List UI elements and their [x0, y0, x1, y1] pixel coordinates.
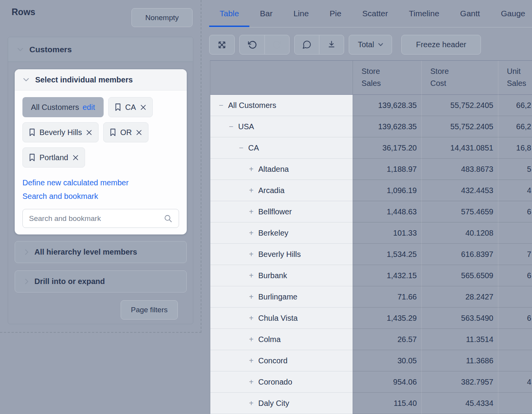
tab-line[interactable]: Line	[283, 0, 319, 27]
table-row: −CA36,175.2014,431.085116,8	[210, 137, 532, 159]
store-sales-cell: 139,628.35	[353, 116, 421, 137]
store-cost-cell: 14,431.0851	[421, 137, 498, 159]
member-chips: All CustomerseditCABeverly HillsORPortla…	[22, 97, 179, 168]
store-cost-cell: 382.7957	[421, 371, 498, 393]
chevron-right-icon	[25, 279, 29, 284]
member-links: Define new calculated member Search and …	[22, 176, 179, 203]
expand-button[interactable]	[209, 35, 235, 55]
unit-sales-cell	[498, 222, 532, 244]
expand-toggle[interactable]: +	[249, 378, 258, 387]
store-sales-cell: 954.06	[353, 371, 421, 393]
expand-toggle[interactable]: +	[249, 186, 258, 195]
table-row: +Berkeley101.3340.1208	[210, 222, 532, 244]
freeze-header-button[interactable]: Freeze header	[401, 35, 481, 55]
expand-toggle[interactable]: +	[249, 271, 258, 280]
column-header[interactable]: Store Sales	[353, 61, 421, 95]
nonempty-button[interactable]: Nonempty	[131, 8, 193, 27]
row-label: All Customers	[228, 101, 276, 110]
undo-button[interactable]	[240, 35, 264, 54]
expand-toggle[interactable]: +	[249, 335, 258, 344]
store-sales-cell: 1,448.63	[353, 201, 421, 222]
expand-toggle[interactable]: +	[249, 207, 258, 216]
store-sales-cell: 1,188.97	[353, 159, 421, 180]
column-header-label: Store Cost	[430, 65, 461, 89]
store-sales-cell: 1,096.19	[353, 180, 421, 201]
tab-bar[interactable]: Bar	[249, 0, 283, 27]
row-label: Colma	[258, 335, 281, 344]
redo-button[interactable]	[264, 35, 289, 54]
store-cost-cell: 432.4453	[421, 180, 498, 201]
download-button[interactable]	[319, 35, 344, 54]
tab-scatter[interactable]: Scatter	[352, 0, 399, 27]
unit-sales-cell: 4	[498, 371, 532, 393]
unit-sales-cell	[498, 393, 532, 414]
expand-toggle[interactable]: +	[249, 293, 258, 301]
column-header[interactable]: Store Cost	[421, 61, 498, 95]
select-members-header[interactable]: Select individual members	[15, 69, 187, 91]
column-header[interactable]: Unit Sales	[498, 61, 532, 95]
row-label-cell: +Burbank	[210, 265, 353, 286]
expand-toggle[interactable]: +	[249, 356, 258, 365]
store-cost-cell: 11.3514	[421, 329, 498, 350]
expand-toggle[interactable]: +	[249, 229, 258, 238]
store-sales-cell: 30.05	[353, 350, 421, 371]
chevron-right-icon	[25, 249, 29, 255]
row-label: Bellflower	[258, 207, 292, 216]
total-dropdown-label: Total	[358, 40, 374, 49]
close-icon[interactable]	[140, 104, 146, 110]
expand-toggle[interactable]: +	[249, 165, 258, 174]
close-icon[interactable]	[86, 130, 92, 135]
collapse-toggle[interactable]: −	[229, 122, 238, 131]
search-field	[22, 209, 179, 228]
store-sales-cell: 71.66	[353, 286, 421, 308]
store-cost-cell: 616.8397	[421, 244, 498, 265]
store-cost-cell: 563.5490	[421, 308, 498, 329]
bookmark-chip[interactable]: Portland	[22, 147, 85, 168]
bookmark-chip[interactable]: Beverly Hills	[22, 122, 99, 142]
section-label: All hierarchy level members	[34, 248, 137, 257]
all-hierarchy-level-members-section[interactable]: All hierarchy level members	[15, 241, 187, 263]
bookmark-icon	[115, 103, 121, 111]
search-icon	[164, 214, 172, 223]
store-sales-cell: 1,534.25	[353, 244, 421, 265]
collapse-toggle[interactable]: −	[219, 101, 228, 110]
table-row: −All Customers139,628.3555,752.240566,2	[210, 95, 532, 116]
total-dropdown[interactable]: Total	[349, 35, 392, 55]
search-and-bookmark-link[interactable]: Search and bookmark	[22, 190, 179, 203]
bookmark-chip[interactable]: CA	[108, 97, 153, 117]
tab-gauge[interactable]: Gauge	[490, 0, 532, 27]
view-tabs: TableBarLinePieScatterTimelineGanttGauge	[209, 0, 532, 27]
store-cost-cell: 55,752.2405	[421, 116, 498, 137]
comment-button[interactable]	[295, 35, 319, 54]
tab-pie[interactable]: Pie	[319, 0, 352, 27]
expand-toggle[interactable]: +	[249, 250, 258, 259]
define-calculated-member-link[interactable]: Define new calculated member	[22, 176, 179, 190]
tab-table[interactable]: Table	[209, 0, 249, 27]
tab-timeline[interactable]: Timeline	[398, 0, 450, 27]
drill-into-or-expand-section[interactable]: Drill into or expand	[15, 270, 187, 293]
rows-panel-title: Rows	[12, 7, 35, 17]
row-label: USA	[238, 122, 254, 131]
expand-toggle[interactable]: +	[249, 399, 258, 408]
row-label-cell: −All Customers	[210, 95, 353, 116]
bookmark-icon	[110, 128, 116, 136]
collapse-toggle[interactable]: −	[239, 144, 248, 152]
table-row: +Altadena1,188.97483.86735	[210, 159, 532, 180]
table-row: +Bellflower1,448.63575.46596	[210, 201, 532, 222]
edit-link[interactable]: edit	[82, 103, 95, 112]
bookmark-chip[interactable]: OR	[103, 122, 148, 142]
page-filters-button[interactable]: Page filters	[121, 300, 178, 320]
expand-icon	[217, 40, 227, 50]
row-label-cell: −CA	[210, 137, 353, 159]
close-icon[interactable]	[73, 155, 78, 161]
selected-member-chip[interactable]: All Customersedit	[22, 97, 104, 117]
search-input[interactable]	[29, 214, 164, 223]
table-row: +Daly City115.4045.4334	[210, 393, 532, 414]
pivot-table: Store SalesStore CostUnit Sales−All Cust…	[210, 60, 532, 414]
tab-gantt[interactable]: Gantt	[450, 0, 490, 27]
expand-toggle[interactable]: +	[249, 314, 258, 323]
customers-section-header[interactable]: Customers	[8, 37, 193, 62]
row-label: Arcadia	[258, 186, 285, 195]
close-icon[interactable]	[136, 130, 142, 135]
row-header-cell	[210, 61, 353, 95]
